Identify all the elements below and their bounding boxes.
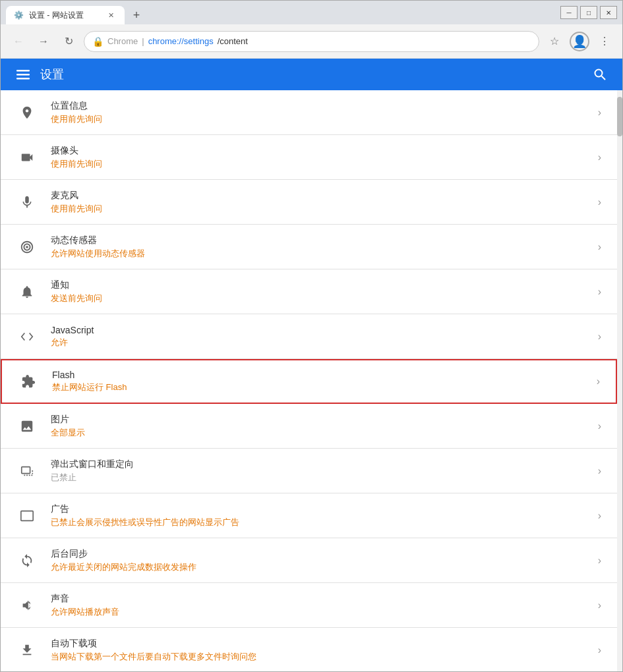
settings-item-location[interactable]: 位置信息 使用前先询问 › (1, 90, 617, 135)
images-chevron: › (598, 420, 601, 432)
content-area: 位置信息 使用前先询问 › 摄像头 使用前先询问 (1, 90, 622, 671)
auto-download-chevron: › (598, 644, 601, 656)
microphone-subtitle: 使用前先询问 (51, 203, 593, 215)
camera-icon (16, 147, 38, 168)
microphone-title: 麦克风 (51, 190, 593, 202)
url-separator: | (142, 36, 144, 46)
microphone-text: 麦克风 使用前先询问 (51, 190, 593, 215)
motion-sensors-text: 动态传感器 允许网站使用动态传感器 (51, 235, 593, 260)
new-tab-button[interactable]: + (127, 6, 146, 24)
sound-chevron: › (598, 600, 601, 611)
window-controls: ─ □ ✕ (560, 6, 617, 19)
flash-text: Flash 禁止网站运行 Flash (52, 370, 591, 393)
svg-rect-1 (16, 74, 30, 76)
motion-sensors-icon (16, 237, 38, 258)
settings-item-sound[interactable]: 声音 允许网站播放声音 › (1, 583, 617, 628)
ads-title: 广告 (51, 503, 593, 515)
forward-button[interactable]: → (34, 32, 53, 51)
main-content: 位置信息 使用前先询问 › 摄像头 使用前先询问 (1, 90, 617, 671)
scrollbar-thumb[interactable] (617, 97, 622, 136)
active-tab[interactable]: ⚙️ 设置 - 网站设置 ✕ (6, 6, 125, 24)
profile-button[interactable]: 👤 (570, 32, 589, 51)
reload-button[interactable]: ↻ (59, 32, 78, 51)
sound-icon (16, 595, 38, 616)
settings-item-flash[interactable]: Flash 禁止网站运行 Flash › (1, 359, 617, 404)
settings-item-javascript[interactable]: JavaScript 允许 › (1, 314, 617, 359)
settings-item-camera[interactable]: 摄像头 使用前先询问 › (1, 135, 617, 180)
background-sync-chevron: › (598, 555, 601, 567)
settings-item-ads[interactable]: 广告 已禁止会展示侵扰性或误导性广告的网站显示广告 › (1, 493, 617, 538)
settings-item-background-sync[interactable]: 后台同步 允许最近关闭的网站完成数据收发操作 › (1, 538, 617, 583)
settings-item-auto-download[interactable]: 自动下载项 当网站下载第一个文件后要自动下载更多文件时询问您 › (1, 628, 617, 671)
back-button[interactable]: ← (9, 32, 28, 51)
settings-item-motion-sensors[interactable]: 动态传感器 允许网站使用动态传感器 › (1, 225, 617, 269)
ads-icon (16, 505, 38, 526)
motion-sensors-subtitle: 允许网站使用动态传感器 (51, 248, 593, 260)
images-text: 图片 全部显示 (51, 414, 593, 439)
flash-chevron: › (597, 376, 600, 387)
search-button[interactable] (588, 63, 612, 86)
auto-download-icon (16, 640, 38, 661)
tab-area: ⚙️ 设置 - 网站设置 ✕ + (6, 1, 560, 24)
camera-subtitle: 使用前先询问 (51, 158, 593, 170)
location-chevron: › (598, 107, 601, 119)
url-bar[interactable]: 🔒 Chrome | chrome://settings /content (84, 31, 539, 52)
popups-chevron: › (598, 465, 601, 477)
scrollbar-track[interactable] (617, 90, 622, 671)
location-text: 位置信息 使用前先询问 (51, 100, 593, 125)
svg-rect-2 (16, 78, 30, 80)
bookmark-button[interactable]: ☆ (545, 32, 564, 51)
settings-item-popups[interactable]: 弹出式窗口和重定向 已禁止 › (1, 449, 617, 493)
images-icon (16, 416, 38, 437)
svg-point-5 (26, 246, 28, 248)
settings-item-images[interactable]: 图片 全部显示 › (1, 404, 617, 449)
settings-list: 位置信息 使用前先询问 › 摄像头 使用前先询问 (1, 90, 617, 671)
javascript-title: JavaScript (51, 325, 593, 335)
tab-title: 设置 - 网站设置 (29, 10, 84, 21)
settings-header: 设置 (1, 59, 622, 90)
location-subtitle: 使用前先询问 (51, 113, 593, 125)
tab-favicon: ⚙️ (14, 11, 24, 20)
svg-rect-7 (21, 511, 33, 520)
microphone-icon (16, 192, 38, 213)
notifications-subtitle: 发送前先询问 (51, 293, 593, 304)
notifications-icon (16, 281, 38, 302)
tab-close-button[interactable]: ✕ (105, 9, 117, 21)
camera-title: 摄像头 (51, 145, 593, 157)
svg-rect-0 (16, 70, 30, 72)
flash-icon (18, 371, 39, 392)
auto-download-subtitle: 当网站下载第一个文件后要自动下载更多文件时询问您 (51, 651, 593, 663)
popups-icon (16, 461, 38, 482)
notifications-chevron: › (598, 286, 601, 298)
sound-title: 声音 (51, 593, 593, 605)
url-scheme: chrome://settings (148, 36, 214, 46)
chrome-label: Chrome (107, 36, 138, 46)
minimize-button[interactable]: ─ (560, 6, 578, 19)
svg-rect-6 (22, 466, 30, 473)
settings-item-notifications[interactable]: 通知 发送前先询问 › (1, 269, 617, 314)
notifications-text: 通知 发送前先询问 (51, 279, 593, 304)
ads-text: 广告 已禁止会展示侵扰性或误导性广告的网站显示广告 (51, 503, 593, 528)
settings-title: 设置 (40, 67, 588, 82)
background-sync-subtitle: 允许最近关闭的网站完成数据收发操作 (51, 561, 593, 573)
javascript-subtitle: 允许 (51, 337, 593, 349)
flash-subtitle: 禁止网站运行 Flash (52, 381, 591, 393)
chrome-menu-button[interactable]: ⋮ (595, 32, 614, 51)
background-sync-icon (16, 550, 38, 571)
auto-download-title: 自动下载项 (51, 638, 593, 650)
maximize-button[interactable]: □ (580, 6, 597, 19)
settings-item-microphone[interactable]: 麦克风 使用前先询问 › (1, 180, 617, 225)
motion-sensors-title: 动态传感器 (51, 235, 593, 246)
ads-subtitle: 已禁止会展示侵扰性或误导性广告的网站显示广告 (51, 517, 593, 528)
hamburger-menu-button[interactable] (11, 63, 35, 86)
microphone-chevron: › (598, 196, 601, 208)
javascript-text: JavaScript 允许 (51, 325, 593, 349)
close-button[interactable]: ✕ (600, 6, 617, 19)
svg-point-3 (595, 70, 603, 77)
location-title: 位置信息 (51, 100, 593, 112)
motion-sensors-chevron: › (598, 241, 601, 253)
window-frame: ⚙️ 设置 - 网站设置 ✕ + ─ □ ✕ ← → ↻ 🔒 Chrome | … (0, 0, 623, 672)
popups-text: 弹出式窗口和重定向 已禁止 (51, 459, 593, 484)
javascript-chevron: › (598, 331, 601, 343)
background-sync-text: 后台同步 允许最近关闭的网站完成数据收发操作 (51, 548, 593, 573)
